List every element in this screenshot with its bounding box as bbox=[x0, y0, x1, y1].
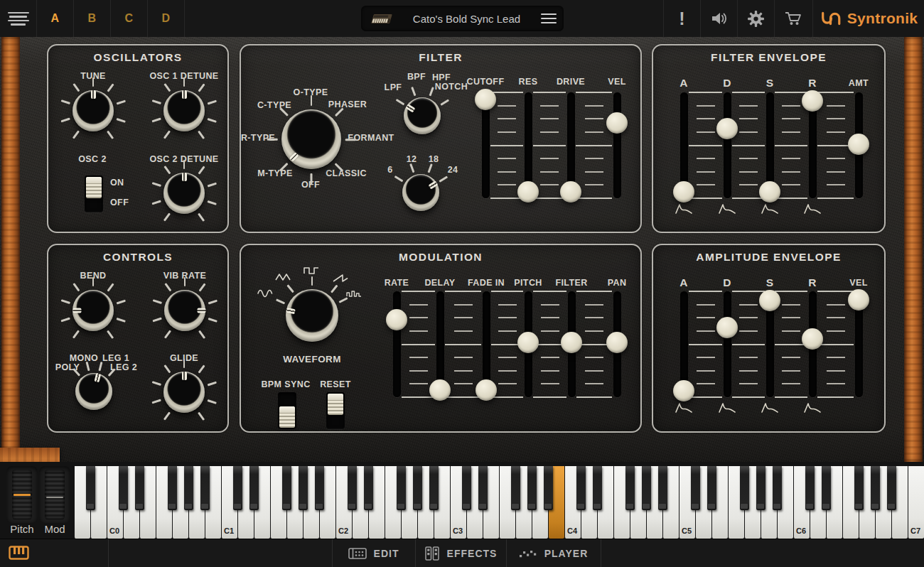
black-key[interactable] bbox=[593, 466, 602, 510]
black-key[interactable] bbox=[119, 466, 128, 510]
player-tab[interactable]: PLAYER bbox=[506, 539, 601, 567]
main-menu-button[interactable] bbox=[0, 0, 37, 37]
alert-button[interactable]: ! bbox=[663, 0, 700, 37]
white-key-c7[interactable]: C7 bbox=[908, 466, 924, 539]
fade-in-slider-handle[interactable] bbox=[476, 379, 497, 401]
osc2-detune-knob[interactable] bbox=[163, 173, 205, 214]
black-key[interactable] bbox=[527, 466, 537, 510]
d-slider-handle[interactable] bbox=[716, 118, 738, 139]
black-key[interactable] bbox=[642, 466, 651, 510]
black-key[interactable] bbox=[511, 466, 520, 510]
res-slider-handle[interactable] bbox=[517, 181, 539, 202]
osc1-detune-knob[interactable] bbox=[163, 90, 205, 131]
black-key[interactable] bbox=[773, 466, 782, 510]
r-slider-handle[interactable] bbox=[802, 328, 823, 350]
black-key[interactable] bbox=[576, 466, 586, 510]
black-key[interactable] bbox=[462, 466, 471, 510]
black-key[interactable] bbox=[364, 466, 373, 510]
d-slider-track[interactable] bbox=[724, 92, 731, 198]
mod-wheel[interactable] bbox=[45, 470, 65, 519]
keyboard-toggle-button[interactable] bbox=[9, 546, 30, 563]
black-key[interactable] bbox=[740, 466, 749, 510]
piano-keyboard[interactable]: C0C1C2C3C4C5C6C7 bbox=[74, 466, 924, 539]
knob-tick bbox=[151, 182, 161, 186]
filter-slider-handle[interactable] bbox=[561, 332, 582, 353]
black-key[interactable] bbox=[478, 466, 488, 510]
black-key[interactable] bbox=[249, 466, 259, 510]
pan-slider-handle[interactable] bbox=[606, 332, 628, 353]
osc2-switch-handle[interactable] bbox=[86, 177, 102, 198]
black-key[interactable] bbox=[756, 466, 765, 510]
vib-rate-knob[interactable] bbox=[164, 290, 205, 331]
bpm-sync-switch[interactable] bbox=[278, 392, 296, 429]
vel-slider-handle[interactable] bbox=[606, 112, 628, 134]
tune-knob[interactable] bbox=[72, 90, 114, 131]
amt-slider-handle[interactable] bbox=[848, 134, 869, 155]
filter-slope-knob[interactable] bbox=[402, 174, 439, 211]
filter-mode-knob[interactable] bbox=[281, 109, 341, 169]
black-key[interactable] bbox=[658, 466, 667, 510]
black-key[interactable] bbox=[168, 466, 177, 510]
mod-wheel-line bbox=[46, 497, 63, 499]
filter-type-knob[interactable] bbox=[404, 97, 441, 134]
black-key[interactable] bbox=[413, 466, 422, 510]
pitch-wheel[interactable] bbox=[12, 470, 32, 519]
edit-tab[interactable]: EDIT bbox=[332, 539, 415, 567]
a-slider-handle[interactable] bbox=[673, 380, 694, 401]
settings-button[interactable] bbox=[737, 0, 774, 37]
black-key[interactable] bbox=[348, 466, 357, 510]
preset-menu-icon[interactable] bbox=[541, 11, 557, 26]
pitch-slider-handle[interactable] bbox=[517, 332, 539, 353]
black-key[interactable] bbox=[544, 466, 553, 510]
r-slider-handle[interactable] bbox=[802, 90, 823, 112]
knob-tick bbox=[116, 117, 125, 122]
black-key[interactable] bbox=[86, 466, 95, 510]
knob-tick bbox=[60, 317, 70, 321]
effects-tab[interactable]: EFFECTS bbox=[415, 539, 506, 567]
black-key[interactable] bbox=[282, 466, 291, 510]
s-slider-handle[interactable] bbox=[759, 181, 780, 202]
leg-1-label: LEG 1 bbox=[102, 353, 129, 363]
vel-slider-handle[interactable] bbox=[848, 289, 869, 310]
bpm-sync-switch-handle[interactable] bbox=[279, 406, 295, 428]
reset-switch-handle[interactable] bbox=[328, 394, 343, 415]
black-key[interactable] bbox=[854, 466, 864, 510]
knob-tick bbox=[107, 283, 114, 291]
black-key[interactable] bbox=[691, 466, 700, 510]
tab-a[interactable]: A bbox=[37, 0, 74, 37]
glide-knob[interactable] bbox=[163, 372, 205, 413]
delay-slider-handle[interactable] bbox=[429, 379, 451, 401]
d-slider-track[interactable] bbox=[724, 291, 731, 397]
black-key[interactable] bbox=[625, 466, 635, 510]
black-key[interactable] bbox=[822, 466, 831, 510]
black-key[interactable] bbox=[707, 466, 716, 510]
black-key[interactable] bbox=[184, 466, 193, 510]
preset-name[interactable]: Cato's Bold Sync Lead bbox=[392, 13, 541, 25]
black-key[interactable] bbox=[315, 466, 324, 510]
black-key[interactable] bbox=[200, 466, 210, 510]
black-key[interactable] bbox=[887, 466, 896, 510]
black-key[interactable] bbox=[429, 466, 439, 510]
black-key[interactable] bbox=[233, 466, 242, 510]
bend-knob[interactable] bbox=[72, 290, 114, 331]
black-key[interactable] bbox=[805, 466, 815, 510]
lfo-waveform-knob[interactable] bbox=[286, 289, 338, 342]
black-key[interactable] bbox=[871, 466, 880, 510]
osc2-switch[interactable] bbox=[85, 176, 103, 212]
tab-c[interactable]: C bbox=[111, 0, 148, 37]
rate-slider-track[interactable] bbox=[393, 291, 401, 397]
vel-slider-track[interactable] bbox=[613, 92, 621, 198]
a-slider-handle[interactable] bbox=[673, 181, 694, 202]
drive-slider-handle[interactable] bbox=[560, 181, 581, 202]
volume-button[interactable] bbox=[700, 0, 737, 37]
black-key[interactable] bbox=[299, 466, 308, 510]
cart-button[interactable] bbox=[774, 0, 811, 37]
black-key[interactable] bbox=[397, 466, 406, 510]
tab-d[interactable]: D bbox=[148, 0, 185, 37]
reset-switch[interactable] bbox=[326, 392, 345, 429]
tab-b[interactable]: B bbox=[74, 0, 111, 37]
d-slider-handle[interactable] bbox=[716, 317, 738, 338]
preset-selector[interactable]: Cato's Bold Sync Lead bbox=[361, 6, 564, 31]
black-key[interactable] bbox=[135, 466, 144, 510]
voice-mode-knob[interactable] bbox=[75, 373, 112, 410]
